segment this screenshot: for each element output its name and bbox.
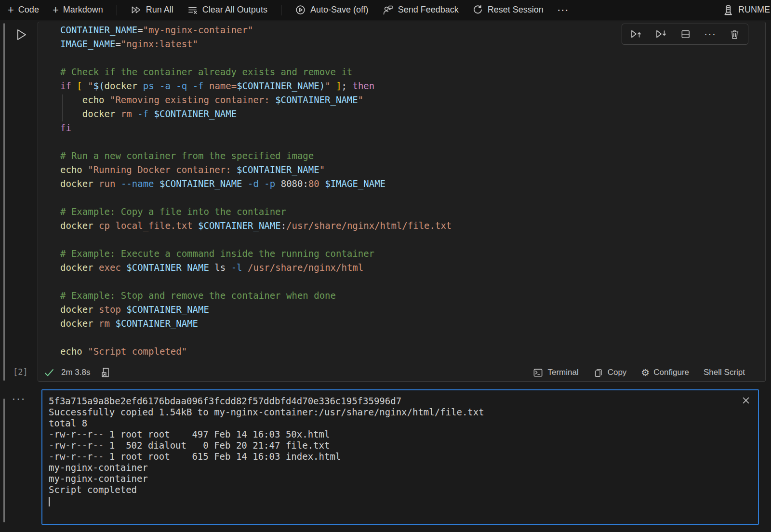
notebook-toolbar: + Code + Markdown Run All Clear All Outp… bbox=[0, 0, 771, 20]
gear-icon: ⚙ bbox=[641, 367, 650, 378]
autosave-toggle[interactable]: Auto-Save (off) bbox=[295, 4, 369, 15]
code-line bbox=[60, 233, 452, 247]
add-code-button[interactable]: + Code bbox=[8, 5, 39, 15]
code-line bbox=[60, 331, 452, 345]
ellipsis-icon: ⋯ bbox=[557, 3, 570, 17]
clear-all-outputs-label: Clear All Outputs bbox=[202, 5, 267, 15]
output-more-button[interactable]: ··· bbox=[12, 391, 26, 406]
run-all-button[interactable]: Run All bbox=[131, 5, 173, 15]
autosave-label: Auto-Save (off) bbox=[310, 5, 369, 15]
code-editor[interactable]: CONTAINER_NAME="my-nginx-container"IMAGE… bbox=[60, 23, 452, 359]
terminal-label: Terminal bbox=[547, 368, 578, 377]
toolbar-divider bbox=[117, 5, 117, 15]
output-line: Successfully copied 1.54kB to my-nginx-c… bbox=[49, 407, 484, 418]
close-icon bbox=[741, 395, 751, 406]
plus-icon: + bbox=[53, 5, 59, 15]
code-line: echo "Running Docker container: $CONTAIN… bbox=[60, 163, 452, 177]
code-line: # Example: Stop and remove the container… bbox=[60, 289, 452, 303]
split-cell-icon[interactable] bbox=[680, 29, 691, 40]
send-feedback-button[interactable]: Send Feedback bbox=[382, 4, 459, 15]
cell-more-icon[interactable]: ··· bbox=[704, 28, 716, 40]
send-feedback-label: Send Feedback bbox=[398, 5, 459, 15]
output-line: Script completed bbox=[49, 484, 484, 495]
success-check-icon bbox=[43, 367, 55, 378]
execution-count: [2] bbox=[13, 367, 28, 377]
reset-session-label: Reset Session bbox=[488, 5, 544, 15]
code-line: echo "Removing existing container: $CONT… bbox=[60, 93, 452, 107]
runme-brand-label: RUNME bbox=[738, 5, 770, 15]
code-line: # Check if the container already exists … bbox=[60, 65, 452, 79]
run-all-icon bbox=[131, 5, 142, 15]
language-label: Shell Script bbox=[704, 368, 745, 377]
code-line: # Example: Execute a command inside the … bbox=[60, 247, 452, 261]
feedback-icon bbox=[382, 4, 394, 15]
run-all-label: Run All bbox=[146, 5, 173, 15]
delete-cell-icon[interactable] bbox=[729, 29, 740, 40]
session-output-icon[interactable] bbox=[100, 367, 111, 378]
copy-icon bbox=[593, 367, 604, 378]
code-line: docker exec $CONTAINER_NAME ls -l /usr/s… bbox=[60, 261, 452, 275]
toolbar-divider bbox=[281, 5, 281, 15]
run-cell-button[interactable] bbox=[13, 27, 28, 42]
output-line: -rw-r--r-- 1 502 dialout 0 Feb 20 21:47 … bbox=[49, 440, 484, 451]
copy-label: Copy bbox=[608, 368, 627, 377]
autosave-icon bbox=[295, 4, 306, 15]
code-line: docker stop $CONTAINER_NAME bbox=[60, 303, 452, 317]
add-markdown-label: Markdown bbox=[63, 5, 103, 15]
play-icon bbox=[13, 27, 28, 42]
cell-toolbar: ··· bbox=[622, 24, 748, 45]
output-terminal[interactable]: 5f3a715a9a8be2efd6176bdaa096f3fcdd82f57d… bbox=[49, 396, 484, 506]
code-line: docker run --name $CONTAINER_NAME -d -p … bbox=[60, 177, 452, 191]
run-below-icon[interactable] bbox=[655, 29, 667, 40]
code-line: docker cp local_file.txt $CONTAINER_NAME… bbox=[60, 219, 452, 233]
configure-button[interactable]: ⚙ Configure bbox=[641, 367, 689, 378]
execution-duration: 2m 3.8s bbox=[61, 368, 90, 377]
cell-status-bar: 2m 3.8s Terminal Copy ⚙ Configure Shell … bbox=[43, 365, 745, 380]
output-line: my-nginx-container bbox=[49, 462, 484, 473]
code-line bbox=[60, 275, 452, 289]
output-line: -rw-r--r-- 1 root root 497 Feb 14 16:03 … bbox=[49, 429, 484, 440]
code-line: # Example: Copy a file into the containe… bbox=[60, 205, 452, 219]
output-line: my-nginx-container bbox=[49, 473, 484, 484]
cell-focus-indicator bbox=[3, 23, 5, 381]
code-line: if [ "$(docker ps -a -q -f name=$CONTAIN… bbox=[60, 79, 452, 93]
code-line: docker rm -f $CONTAINER_NAME bbox=[60, 107, 452, 121]
add-code-label: Code bbox=[18, 5, 39, 15]
terminal-icon bbox=[532, 367, 544, 378]
more-actions-button[interactable]: ⋯ bbox=[557, 3, 570, 17]
output-focus-indicator bbox=[3, 399, 5, 522]
runme-logo-icon bbox=[722, 4, 734, 16]
code-line bbox=[60, 135, 452, 149]
output-panel[interactable]: 5f3a715a9a8be2efd6176bdaa096f3fcdd82f57d… bbox=[41, 389, 759, 525]
output-line: 5f3a715a9a8be2efd6176bdaa096f3fcdd82f57d… bbox=[49, 396, 484, 407]
copy-button[interactable]: Copy bbox=[593, 367, 627, 378]
code-line: docker rm $CONTAINER_NAME bbox=[60, 317, 452, 331]
reset-session-button[interactable]: Reset Session bbox=[472, 4, 544, 15]
run-above-icon[interactable] bbox=[630, 29, 642, 40]
code-line: echo "Script completed" bbox=[60, 345, 452, 359]
output-line: total 8 bbox=[49, 418, 484, 429]
reset-icon bbox=[472, 4, 483, 15]
terminal-cursor bbox=[49, 497, 50, 506]
code-line bbox=[60, 191, 452, 205]
code-line: IMAGE_NAME="nginx:latest" bbox=[60, 37, 452, 51]
runme-brand: RUNME bbox=[722, 4, 771, 16]
close-output-button[interactable] bbox=[740, 394, 752, 407]
plus-icon: + bbox=[8, 5, 14, 15]
code-line: fi bbox=[60, 121, 452, 135]
code-line bbox=[60, 51, 452, 65]
clear-all-outputs-button[interactable]: Clear All Outputs bbox=[187, 5, 267, 15]
output-line: -rw-r--r-- 1 root root 615 Feb 14 16:03 … bbox=[49, 451, 484, 462]
configure-label: Configure bbox=[653, 368, 689, 377]
clear-outputs-icon bbox=[187, 5, 198, 15]
add-markdown-button[interactable]: + Markdown bbox=[53, 5, 103, 15]
code-line: # Run a new container from the specified… bbox=[60, 149, 452, 163]
code-line: CONTAINER_NAME="my-nginx-container" bbox=[60, 23, 452, 37]
indent-guide bbox=[62, 94, 63, 121]
terminal-button[interactable]: Terminal bbox=[532, 367, 578, 378]
